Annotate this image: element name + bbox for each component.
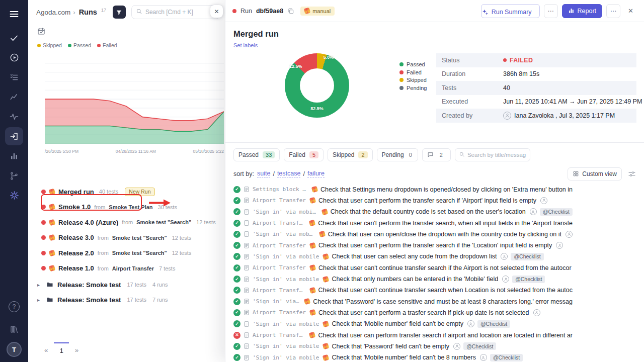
- legend-item: Failed: [97, 42, 117, 48]
- test-case-row[interactable]: Airport Transfer Check that user can't p…: [225, 217, 581, 228]
- more-options-button-2[interactable]: ⋯: [606, 4, 620, 18]
- workflow-branch-icon[interactable]: [4, 166, 24, 186]
- copy-icon[interactable]: [287, 8, 294, 15]
- grid-view-icon: [573, 170, 579, 177]
- test-case-title: Check that the default country code is s…: [331, 208, 526, 215]
- test-case-row[interactable]: Settings block for... Check that Setting…: [225, 184, 581, 195]
- test-case-row[interactable]: 'Sign in' via mobile Check that 'Mobile …: [225, 352, 581, 362]
- status-filter-chip[interactable]: Passed 33: [233, 148, 280, 161]
- group-name: Release: Smoke test: [57, 281, 121, 289]
- test-result-icon: [233, 220, 240, 227]
- test-case-row[interactable]: 'Sign in' via mobile Check that user can…: [225, 251, 581, 262]
- tests-search-input[interactable]: [467, 152, 526, 158]
- run-list-item[interactable]: Smoke 1.0 from Smoke Test Plan 30 tests: [28, 200, 225, 215]
- run-list-item[interactable]: Release 4.0 (Azure) from Smoke test "Sea…: [28, 215, 225, 230]
- run-list-item[interactable]: Release 2.0 from Smoke test "Search" 12 …: [28, 245, 225, 261]
- test-case-row[interactable]: 'Sign in' via mobile Check that 'Mobile …: [225, 318, 581, 329]
- filter-funnel-button[interactable]: [113, 6, 126, 19]
- run-summary-button[interactable]: Run Summary: [481, 4, 540, 18]
- run-label: Run: [240, 8, 252, 15]
- test-result-icon: [233, 197, 240, 204]
- run-plan-name: Smoke test "Search": [136, 219, 191, 225]
- group-tests-count: 17 tests: [127, 297, 146, 303]
- runs-search-input[interactable]: [145, 9, 215, 16]
- sign-in-icon[interactable]: [5, 127, 23, 145]
- confetti-tag-icon: [49, 265, 55, 272]
- pagination-page-1[interactable]: 1: [54, 342, 68, 358]
- test-case-row[interactable]: Airport Transfer Check that user can't p…: [225, 195, 581, 206]
- test-suite-name: Airport Transfer: [253, 309, 306, 316]
- test-case-title: Check that 'Password' field can't be emp…: [332, 343, 449, 350]
- test-case-row[interactable]: 'Sign in' via mobile Check that 'Passwor…: [225, 296, 581, 307]
- test-case-title: Check that 'Mobile number' field can't b…: [332, 354, 475, 361]
- run-status-dot: [41, 190, 46, 194]
- report-button[interactable]: Report: [562, 4, 603, 18]
- confetti-tag-icon: [309, 287, 315, 294]
- info-value: 386h 8m 15s: [503, 70, 539, 77]
- test-case-row[interactable]: 'Sign in' via mobile Check that user can…: [225, 229, 581, 240]
- results-donut-chart: 82.5% 12.5% 5.0%: [285, 53, 349, 118]
- drawer-close-button[interactable]: ✕: [624, 5, 637, 17]
- test-case-row[interactable]: 'Sign in' via mobile Check that the defa…: [225, 206, 581, 217]
- info-row: Created by Iana Zavoloka , Jul 3, 2025 1…: [436, 109, 636, 123]
- status-filter-chip[interactable]: Failed 5: [284, 148, 324, 161]
- breadcrumb-project[interactable]: Agoda.com: [36, 9, 70, 16]
- app-root: ? T Agoda.com › Runs 17: [0, 0, 644, 362]
- info-label: Tests: [442, 84, 503, 92]
- settings-gear-icon[interactable]: [4, 186, 24, 205]
- chevron-right-icon[interactable]: ▸: [37, 282, 42, 288]
- pagination-prev[interactable]: «: [39, 342, 53, 358]
- test-case-row[interactable]: 'Sign in' via mobile Check that 'Passwor…: [225, 341, 581, 352]
- run-list-item[interactable]: Release 3.0 from Smoke test "Search" 12 …: [28, 230, 225, 246]
- status-filter-chip[interactable]: Skipped 2: [328, 148, 373, 161]
- tests-icon[interactable]: [4, 28, 24, 48]
- run-list-item[interactable]: Release 1.0 from Airport Transfer 7 test…: [28, 261, 225, 277]
- run-group-item[interactable]: ▸ Release: Smoke test 17 tests 4 runs: [28, 277, 225, 292]
- runs-play-icon[interactable]: [4, 48, 24, 67]
- run-group-item[interactable]: ▸ Release: Smoke test 17 tests 7 runs: [28, 292, 225, 307]
- chevron-right-icon[interactable]: ▸: [37, 297, 42, 303]
- sort-option-link[interactable]: failure: [307, 170, 325, 177]
- sort-option-link[interactable]: testcase: [277, 170, 301, 177]
- set-labels-link[interactable]: Set labels: [233, 42, 258, 48]
- confetti-tag-icon: [49, 204, 55, 210]
- activity-icon[interactable]: [4, 107, 24, 126]
- trend-chart-icon[interactable]: [4, 87, 24, 107]
- user-avatar[interactable]: T: [4, 342, 24, 357]
- calendar-view-icon[interactable]: [37, 27, 45, 35]
- reports-icon[interactable]: [4, 146, 24, 166]
- sort-option-link[interactable]: suite: [257, 170, 270, 177]
- test-case-row[interactable]: Airport Transfer Check that user can't c…: [225, 285, 581, 296]
- more-options-button[interactable]: ⋯: [544, 4, 558, 18]
- test-plans-icon[interactable]: [4, 67, 24, 87]
- folder-icon: [46, 281, 53, 288]
- run-status-dot: [41, 220, 46, 225]
- donut-skipped-label: 5.0%: [324, 55, 334, 60]
- comments-filter-chip[interactable]: 2: [422, 148, 451, 161]
- test-case-row[interactable]: Airport Transfer Check that user can't p…: [225, 240, 581, 251]
- sparkle-icon: [481, 9, 489, 16]
- menu-icon[interactable]: [0, 0, 28, 28]
- library-icon[interactable]: [4, 319, 24, 339]
- test-case-row[interactable]: Airport Transfer Check that user can't p…: [225, 307, 581, 318]
- custom-view-button[interactable]: Custom view: [568, 167, 622, 180]
- run-list-item[interactable]: Merged run 40 tests New Run: [28, 184, 225, 200]
- sidebar: ? T: [0, 0, 28, 362]
- run-tests-count: 12 tests: [172, 235, 192, 241]
- run-from-label: from: [94, 204, 105, 210]
- panel-close-button[interactable]: ✕: [210, 5, 223, 18]
- help-icon[interactable]: ?: [4, 297, 24, 316]
- view-settings-sliders-icon[interactable]: [628, 170, 636, 178]
- pagination-next[interactable]: »: [70, 342, 84, 358]
- test-case-row[interactable]: Airport Transfer Check that user can per…: [225, 329, 581, 340]
- comment-bubble-icon: [427, 151, 434, 158]
- test-case-row[interactable]: 'Sign in' via mobile Check that only num…: [225, 274, 581, 285]
- status-filter-chip[interactable]: Pending 0: [377, 148, 418, 161]
- run-info-table: Status FAILED Duration 386h 8m 15s Tests: [436, 53, 636, 123]
- info-row: Tests 40: [436, 81, 636, 95]
- run-detail-drawer: Run dbf59ae8 manual Run Summary ⋯ Report: [225, 0, 644, 362]
- new-run-badge[interactable]: New Run: [125, 188, 154, 196]
- test-case-row[interactable]: Airport Transfer Check that user can't c…: [225, 262, 581, 274]
- assignee-avatar-icon: [480, 354, 487, 361]
- checklist-badge: @Checklist: [511, 253, 543, 260]
